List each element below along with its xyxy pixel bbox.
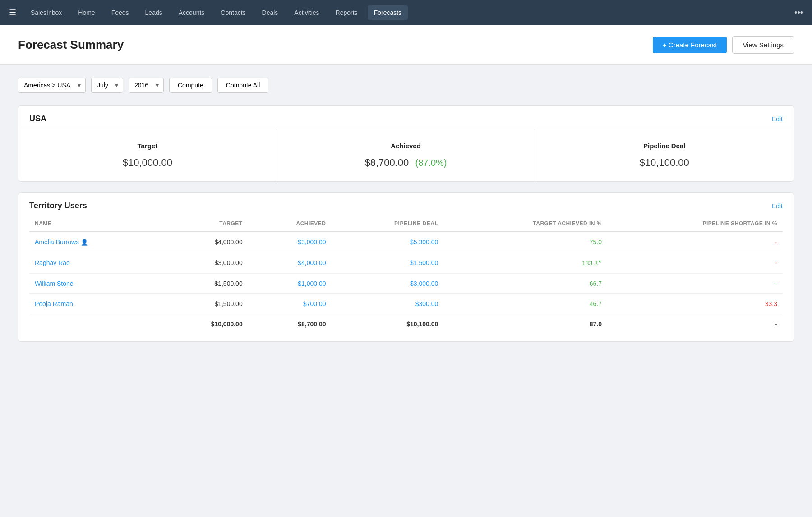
achieved-card-label: Achieved — [288, 142, 524, 150]
col-target: TARGET — [161, 216, 248, 232]
table-row: Pooja Raman$1,500.00$700.00$300.0046.733… — [29, 293, 783, 314]
territory-section-title: Territory Users — [29, 201, 87, 210]
territory-select[interactable]: Americas > USA — [24, 82, 71, 89]
star-icon: ★ — [598, 259, 602, 264]
target-cell: $4,000.00 — [161, 232, 248, 252]
nav-item-home[interactable]: Home — [72, 5, 101, 20]
shortage-pct-cell: - — [607, 252, 783, 274]
col-shortage-pct: PIPELINE SHORTAGE IN % — [607, 216, 783, 232]
table-wrapper: NAME TARGET ACHIEVED PIPELINE DEAL TARGE… — [18, 216, 794, 341]
nav-item-activities[interactable]: Activities — [288, 5, 325, 20]
pipeline-card-label: Pipeline Deal — [546, 142, 783, 150]
page-wrapper: Forecast Summary + Create Forecast View … — [0, 25, 812, 517]
navbar: ☰ SalesInbox Home Feeds Leads Accounts C… — [0, 0, 812, 25]
view-settings-button[interactable]: View Settings — [732, 36, 794, 54]
target-cell: $1,500.00 — [161, 293, 248, 314]
target-card: Target $10,000.00 — [18, 129, 277, 181]
nav-item-salesinbox[interactable]: SalesInbox — [24, 5, 68, 20]
nav-item-contacts[interactable]: Contacts — [214, 5, 252, 20]
nav-item-forecasts[interactable]: Forecasts — [368, 5, 408, 20]
pipeline-deal-cell: $300.00 — [331, 293, 443, 314]
usa-section: USA Edit Target $10,000.00 Achieved $8,7… — [18, 105, 794, 182]
compute-all-button[interactable]: Compute All — [217, 78, 268, 93]
territory-edit-link[interactable]: Edit — [772, 202, 783, 210]
month-select-wrapper[interactable]: July — [91, 78, 123, 93]
totals-pct-cell: 87.0 — [443, 314, 607, 334]
totals-row: $10,000.00$8,700.00$10,100.0087.0- — [29, 314, 783, 334]
pipeline-card: Pipeline Deal $10,100.00 — [535, 129, 794, 181]
usa-edit-link[interactable]: Edit — [772, 115, 783, 123]
nav-item-deals[interactable]: Deals — [256, 5, 285, 20]
target-pct-cell: 46.7 — [443, 293, 607, 314]
col-achieved: ACHIEVED — [248, 216, 332, 232]
nav-item-reports[interactable]: Reports — [329, 5, 364, 20]
shortage-pct-cell: - — [607, 273, 783, 293]
totals-achieved-cell: $8,700.00 — [248, 314, 332, 334]
target-pct-cell: 75.0 — [443, 232, 607, 252]
page-header: Forecast Summary + Create Forecast View … — [0, 25, 812, 65]
table-head: NAME TARGET ACHIEVED PIPELINE DEAL TARGE… — [29, 216, 783, 232]
month-select[interactable]: July — [97, 82, 108, 89]
col-target-pct: TARGET ACHIEVED IN % — [443, 216, 607, 232]
achieved-amount: $8,700.00 — [364, 157, 409, 168]
col-name: NAME — [29, 216, 161, 232]
nav-item-accounts[interactable]: Accounts — [172, 5, 211, 20]
totals-shortage-cell: - — [607, 314, 783, 334]
menu-icon[interactable]: ☰ — [9, 8, 16, 18]
table-row: Amelia Burrows👤$4,000.00$3,000.00$5,300.… — [29, 232, 783, 252]
table-body: Amelia Burrows👤$4,000.00$3,000.00$5,300.… — [29, 232, 783, 334]
target-cell: $3,000.00 — [161, 252, 248, 274]
target-card-label: Target — [29, 142, 266, 150]
user-team-icon: 👤 — [81, 239, 88, 246]
territory-section: Territory Users Edit NAME TARGET ACHIEVE… — [18, 192, 794, 342]
usa-section-title: USA — [29, 114, 46, 124]
pipeline-deal-cell: $1,500.00 — [331, 252, 443, 274]
achieved-pct: (87.0%) — [415, 158, 447, 168]
year-select-wrapper[interactable]: 2016 — [129, 78, 164, 93]
year-select[interactable]: 2016 — [134, 82, 149, 89]
summary-cards: Target $10,000.00 Achieved $8,700.00 (87… — [18, 129, 794, 181]
user-name-cell: Pooja Raman — [29, 293, 161, 314]
shortage-pct-cell: - — [607, 232, 783, 252]
pipeline-deal-cell: $5,300.00 — [331, 232, 443, 252]
user-link[interactable]: Raghav Rao — [35, 259, 70, 266]
user-name-cell: Amelia Burrows👤 — [29, 232, 161, 252]
nav-item-leads[interactable]: Leads — [139, 5, 169, 20]
page-title: Forecast Summary — [18, 38, 124, 52]
target-pct-cell: 66.7 — [443, 273, 607, 293]
totals-pipeline-cell: $10,100.00 — [331, 314, 443, 334]
territory-table: NAME TARGET ACHIEVED PIPELINE DEAL TARGE… — [29, 216, 783, 334]
pipeline-deal-cell: $3,000.00 — [331, 273, 443, 293]
target-cell: $1,500.00 — [161, 273, 248, 293]
usa-section-header: USA Edit — [18, 106, 794, 129]
user-name-cell: William Stone — [29, 273, 161, 293]
achieved-cell: $3,000.00 — [248, 232, 332, 252]
territory-section-header: Territory Users Edit — [18, 193, 794, 216]
create-forecast-button[interactable]: + Create Forecast — [653, 37, 727, 53]
content: Americas > USA July 2016 Compute Compute… — [0, 65, 812, 354]
target-card-value: $10,000.00 — [29, 157, 266, 169]
achieved-cell: $4,000.00 — [248, 252, 332, 274]
table-header-row: NAME TARGET ACHIEVED PIPELINE DEAL TARGE… — [29, 216, 783, 232]
user-name-cell: Raghav Rao — [29, 252, 161, 274]
user-link[interactable]: William Stone — [35, 280, 74, 287]
table-row: William Stone$1,500.00$1,000.00$3,000.00… — [29, 273, 783, 293]
header-actions: + Create Forecast View Settings — [653, 36, 794, 54]
pipeline-card-value: $10,100.00 — [546, 157, 783, 169]
territory-select-wrapper[interactable]: Americas > USA — [18, 78, 86, 93]
nav-item-feeds[interactable]: Feeds — [105, 5, 135, 20]
compute-button[interactable]: Compute — [169, 78, 212, 93]
totals-name-cell — [29, 314, 161, 334]
user-link[interactable]: Amelia Burrows — [35, 238, 79, 246]
shortage-pct-cell: 33.3 — [607, 293, 783, 314]
totals-target-cell: $10,000.00 — [161, 314, 248, 334]
achieved-card-value: $8,700.00 (87.0%) — [288, 157, 524, 169]
col-pipeline-deal: PIPELINE DEAL — [331, 216, 443, 232]
filter-bar: Americas > USA July 2016 Compute Compute… — [18, 78, 794, 93]
target-pct-cell: 133.3★ — [443, 252, 607, 274]
achieved-cell: $700.00 — [248, 293, 332, 314]
table-row: Raghav Rao$3,000.00$4,000.00$1,500.00133… — [29, 252, 783, 274]
user-link[interactable]: Pooja Raman — [35, 300, 73, 307]
achieved-cell: $1,000.00 — [248, 273, 332, 293]
more-icon[interactable]: ••• — [794, 8, 803, 18]
